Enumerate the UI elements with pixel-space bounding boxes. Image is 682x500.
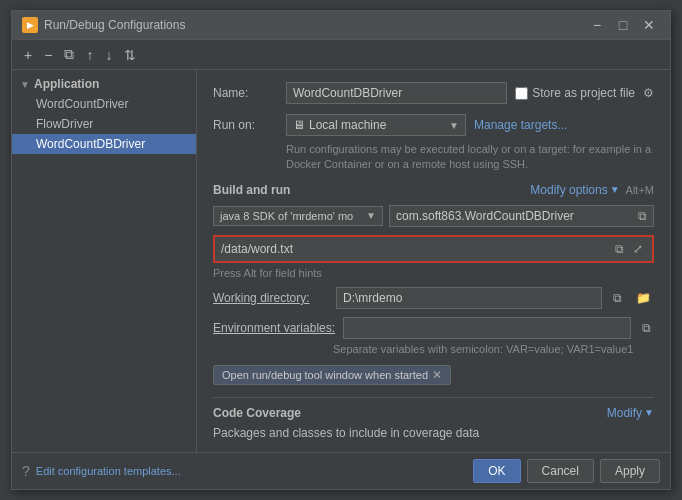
title-bar-controls: − □ ✕ [586,17,660,33]
main-class-value: com.soft863.WordCountDBDriver [396,209,574,223]
store-as-project-checkbox[interactable] [515,87,528,100]
program-args-box[interactable]: /data/word.txt ⧉ ⤢ [213,235,654,263]
open-tool-row: Open run/debug tool window when started … [213,365,654,385]
tree-item-wordcountdriver[interactable]: WordCountDriver [12,94,196,114]
sdk-dropdown-arrow: ▼ [366,210,376,221]
run-on-value: Local machine [309,118,386,132]
dropdown-arrow-icon: ▼ [449,120,459,131]
working-dir-row: Working directory: ⧉ 📁 [213,287,654,309]
chip-label: Open run/debug tool window when started [222,369,428,381]
dialog-title: Run/Debug Configurations [44,18,185,32]
move-up-button[interactable]: ↑ [82,44,97,65]
bottom-buttons: OK Cancel Apply [473,459,660,483]
bottom-bar: ? Edit configuration templates... OK Can… [12,452,670,489]
main-class-icon: ⧉ [638,209,647,223]
run-on-info: Run configurations may be executed local… [286,142,654,173]
tree-item-label: WordCountDBDriver [36,137,145,151]
title-bar-left: ▶ Run/Debug Configurations [22,17,185,33]
computer-icon: 🖥 [293,118,305,132]
run-icon: ▶ [22,17,38,33]
sdk-main-row: java 8 SDK of 'mrdemo' mo ▼ com.soft863.… [213,205,654,227]
run-debug-dialog: ▶ Run/Debug Configurations − □ ✕ + − ⧉ ↑… [11,10,671,490]
dropdown-arrow-icon: ▼ [610,184,620,195]
coverage-dropdown-arrow: ▼ [644,407,654,418]
env-input[interactable] [343,317,631,339]
title-bar: ▶ Run/Debug Configurations − □ ✕ [12,11,670,40]
minimize-button[interactable]: − [586,17,608,33]
move-down-button[interactable]: ↓ [101,44,116,65]
working-dir-input[interactable] [336,287,602,309]
working-dir-label: Working directory: [213,291,328,305]
manage-targets-link[interactable]: Manage targets... [474,118,567,132]
run-on-dropdown[interactable]: 🖥 Local machine ▼ [286,114,466,136]
fullscreen-args-button[interactable]: ⤢ [630,241,646,257]
copy-config-button[interactable]: ⧉ [60,44,78,65]
open-tool-chip: Open run/debug tool window when started … [213,365,451,385]
close-button[interactable]: ✕ [638,17,660,33]
env-label: Environment variables: [213,321,335,335]
tree-item-wordcountdbdriver[interactable]: WordCountDBDriver [12,134,196,154]
tree-group-application[interactable]: ▼ Application [12,74,196,94]
sdk-dropdown[interactable]: java 8 SDK of 'mrdemo' mo ▼ [213,206,383,226]
tree-item-label: FlowDriver [36,117,93,131]
tree-item-label: WordCountDriver [36,97,128,111]
name-label: Name: [213,86,278,100]
gear-icon[interactable]: ⚙ [643,86,654,100]
working-dir-browse-button[interactable]: ⧉ [610,290,625,306]
apply-button[interactable]: Apply [600,459,660,483]
env-row: Environment variables: ⧉ [213,317,654,339]
edit-panel: Name: Store as project file ⚙ Run on: 🖥 … [197,70,670,452]
tree-item-flowdriver[interactable]: FlowDriver [12,114,196,134]
expand-args-button[interactable]: ⧉ [612,241,627,257]
program-args-value: /data/word.txt [221,242,293,256]
store-as-project-label: Store as project file [515,86,635,100]
coverage-header: Code Coverage Modify ▼ [213,406,654,420]
field-hint: Press Alt for field hints [213,267,654,279]
working-dir-folder-button[interactable]: 📁 [633,290,654,306]
build-run-header: Build and run Modify options ▼ Alt+M [213,183,654,197]
env-expand-button[interactable]: ⧉ [639,320,654,336]
maximize-button[interactable]: □ [612,17,634,33]
ok-button[interactable]: OK [473,459,520,483]
modify-options-area: Modify options ▼ Alt+M [530,183,654,197]
main-content: ▼ Application WordCountDriver FlowDriver… [12,70,670,452]
modify-options-link[interactable]: Modify options [530,183,607,197]
build-run-title: Build and run [213,183,290,197]
chip-close-button[interactable]: ✕ [432,368,442,382]
name-row: Name: Store as project file ⚙ [213,82,654,104]
coverage-packages-label: Packages and classes to include in cover… [213,426,654,440]
section-divider [213,397,654,398]
shortcut-text: Alt+M [626,184,654,196]
config-tree: ▼ Application WordCountDriver FlowDriver… [12,70,197,452]
remove-config-button[interactable]: − [40,44,56,65]
sdk-value: java 8 SDK of 'mrdemo' mo [220,210,353,222]
store-as-project-text: Store as project file [532,86,635,100]
config-toolbar: + − ⧉ ↑ ↓ ⇅ [12,40,670,70]
help-icon[interactable]: ? [22,463,30,479]
run-on-label: Run on: [213,118,278,132]
cancel-button[interactable]: Cancel [527,459,594,483]
env-hint: Separate variables with semicolon: VAR=v… [333,343,654,355]
run-on-row: Run on: 🖥 Local machine ▼ Manage targets… [213,114,654,136]
edit-config-templates-link[interactable]: Edit configuration templates... [36,465,181,477]
coverage-modify-link[interactable]: Modify [607,406,642,420]
sort-button[interactable]: ⇅ [120,44,140,65]
tree-group-label: Application [34,77,99,91]
name-input[interactable] [286,82,507,104]
main-class-field[interactable]: com.soft863.WordCountDBDriver ⧉ [389,205,654,227]
tree-arrow-icon: ▼ [20,79,30,90]
add-config-button[interactable]: + [20,44,36,65]
coverage-title: Code Coverage [213,406,301,420]
